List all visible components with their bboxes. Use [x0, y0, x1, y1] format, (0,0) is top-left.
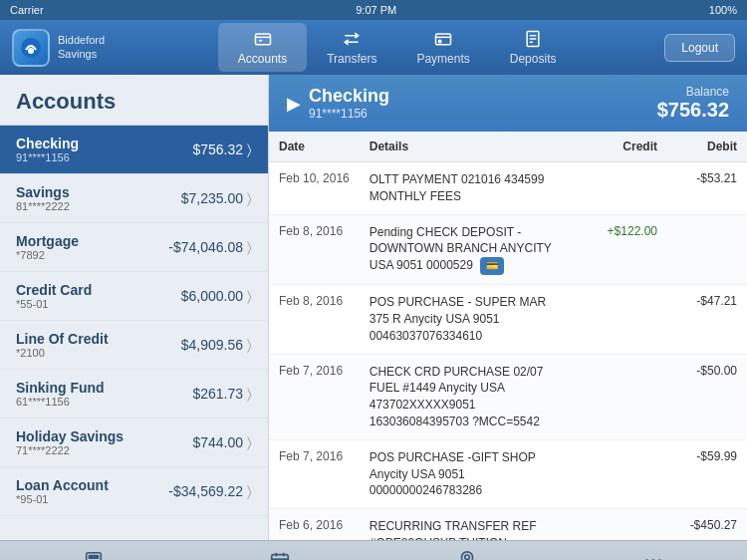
transaction-date: Feb 7, 2016 — [269, 354, 360, 439]
header: Biddeford Savings Accounts Transfers Pay… — [0, 20, 747, 75]
tab-accounts[interactable]: Accounts — [218, 23, 307, 72]
col-details: Details — [360, 132, 578, 162]
svg-rect-2 — [255, 34, 270, 45]
account-info: Holiday Savings 71****2222 — [16, 428, 192, 456]
transaction-date: Feb 7, 2016 — [269, 439, 360, 508]
transaction-details: Pending CHECK DEPOSIT - DOWNTOWN BRANCH … — [360, 214, 578, 285]
transaction-credit — [578, 439, 667, 508]
battery-label: 100% — [709, 4, 737, 16]
tab-deposits[interactable]: Deposits — [490, 23, 577, 72]
transaction-debit: -$53.21 — [667, 162, 747, 215]
account-number: 71****2222 — [16, 444, 192, 456]
table-row: Feb 10, 2016 OLTT PAYMENT 021016 434599 … — [269, 162, 747, 215]
account-detail-header: ▶ Checking 91****1156 Balance $756.32 — [269, 75, 747, 132]
account-item[interactable]: Checking 91****1156 $756.32 〉 — [0, 126, 268, 174]
account-name: Sinking Fund — [16, 380, 192, 396]
svg-point-1 — [28, 48, 34, 54]
account-item[interactable]: Holiday Savings 71****2222 $744.00 〉 — [0, 419, 268, 467]
logo-icon — [12, 29, 50, 67]
main-content: Accounts Checking 91****1156 $756.32 〉 S… — [0, 75, 747, 540]
transaction-date: Feb 10, 2016 — [269, 162, 360, 215]
table-row: Feb 7, 2016 CHECK CRD PURCHASE 02/07 FUE… — [269, 354, 747, 439]
chevron-right-icon: 〉 — [247, 434, 252, 451]
svg-rect-3 — [258, 40, 261, 42]
account-name: Checking — [16, 136, 192, 151]
account-info: Sinking Fund 61****1156 — [16, 380, 192, 408]
account-item[interactable]: Line Of Credit *2100 $4,909.56 〉 — [0, 321, 268, 370]
chevron-right-icon: 〉 — [247, 190, 252, 207]
account-number: *95-01 — [16, 493, 168, 505]
bottom-tab-calculator[interactable]: Calculator — [59, 550, 128, 560]
account-item[interactable]: Savings 81****2222 $7,235.00 〉 — [0, 174, 268, 223]
account-number: *55-01 — [16, 298, 181, 310]
account-header-balance: $756.32 — [657, 99, 729, 122]
account-balance: -$34,569.22 — [168, 483, 243, 499]
account-balance: $4,909.56 — [181, 337, 243, 353]
account-header-balance-label: Balance — [657, 85, 729, 99]
account-info: Checking 91****1156 — [16, 136, 192, 163]
account-info: Mortgage *7892 — [16, 233, 168, 261]
accounts-list: Checking 91****1156 $756.32 〉 Savings 81… — [0, 126, 268, 540]
account-balance: $7,235.00 — [181, 190, 243, 206]
bottom-tab-more[interactable]: More — [619, 550, 688, 560]
account-balance: $756.32 — [192, 141, 243, 157]
chevron-right-icon: 〉 — [247, 141, 252, 158]
transaction-details: POS PURCHASE - SUPER MAR 375 R Anycity U… — [360, 285, 578, 354]
time-label: 9:07 PM — [356, 4, 396, 16]
table-row: Feb 7, 2016 POS PURCHASE -GIFT SHOP Anyc… — [269, 439, 747, 508]
bottom-bar-wrapper: Member FDIC Calculator 31 Calendar Locat… — [0, 540, 747, 560]
table-row: Feb 6, 2016 RECURRING TRANSFER REF #OPE8… — [269, 509, 747, 540]
col-debit: Debit — [667, 132, 747, 162]
account-info: Line Of Credit *2100 — [16, 331, 181, 359]
transaction-credit: +$122.00 — [578, 214, 667, 285]
account-name: Line Of Credit — [16, 331, 181, 347]
carrier-label: Carrier — [10, 4, 44, 16]
account-balance: $261.73 — [192, 386, 243, 402]
logo-area: Biddeford Savings — [0, 29, 129, 67]
svg-rect-11 — [89, 556, 98, 559]
account-info: Savings 81****2222 — [16, 184, 181, 212]
account-number: 91****1156 — [16, 151, 192, 163]
transaction-credit — [578, 285, 667, 354]
account-name: Loan Account — [16, 477, 168, 493]
account-item[interactable]: Mortgage *7892 -$74,046.08 〉 — [0, 223, 268, 272]
account-item[interactable]: Credit Card *55-01 $6,000.00 〉 — [0, 272, 268, 321]
chevron-right-icon: 〉 — [247, 288, 252, 305]
col-credit: Credit — [578, 132, 667, 162]
transaction-debit: -$50.00 — [667, 354, 747, 439]
transaction-debit: -$59.99 — [667, 439, 747, 508]
account-number: 61****1156 — [16, 396, 192, 408]
status-bar: Carrier 9:07 PM 100% — [0, 0, 747, 20]
account-name: Mortgage — [16, 233, 168, 249]
svg-point-23 — [464, 555, 469, 560]
right-panel: ▶ Checking 91****1156 Balance $756.32 Da… — [269, 75, 747, 540]
transaction-debit — [667, 214, 747, 285]
logout-button[interactable]: Logout — [664, 34, 735, 62]
transaction-details: RECURRING TRANSFER REF #OPE89GHSYP TUITI… — [360, 509, 578, 540]
transaction-date: Feb 8, 2016 — [269, 214, 360, 285]
sidebar: Accounts Checking 91****1156 $756.32 〉 S… — [0, 75, 269, 540]
logo-text: Biddeford Savings — [58, 34, 105, 60]
nav-tabs: Accounts Transfers Payments Deposits — [129, 23, 664, 72]
transaction-date: Feb 6, 2016 — [269, 509, 360, 540]
transaction-details: POS PURCHASE -GIFT SHOP Anycity USA 9051… — [360, 439, 578, 508]
account-item[interactable]: Loan Account *95-01 -$34,569.22 〉 — [0, 467, 268, 516]
table-row: Feb 8, 2016 Pending CHECK DEPOSIT - DOWN… — [269, 214, 747, 285]
account-info: Loan Account *95-01 — [16, 477, 168, 505]
transaction-details: OLTT PAYMENT 021016 434599 MONTHLY FEES — [360, 162, 578, 215]
bottom-tab-calendar[interactable]: 31 Calendar — [245, 550, 315, 560]
chevron-right-icon: 〉 — [247, 337, 252, 354]
col-date: Date — [269, 132, 360, 162]
tab-payments[interactable]: Payments — [396, 23, 489, 72]
chevron-right-icon: 〉 — [247, 483, 252, 500]
deposit-icon: 💳 — [480, 257, 504, 275]
bottom-tab-locations[interactable]: Locations — [432, 550, 502, 560]
sidebar-title: Accounts — [0, 75, 268, 126]
account-number: 81****2222 — [16, 200, 181, 212]
tab-transfers[interactable]: Transfers — [307, 23, 396, 72]
account-header-balance-area: Balance $756.32 — [657, 85, 729, 122]
svg-point-5 — [439, 40, 442, 43]
table-header-row: Date Details Credit Debit — [269, 132, 747, 162]
bottom-tab-bar: Member FDIC Calculator 31 Calendar Locat… — [0, 540, 747, 560]
account-item[interactable]: Sinking Fund 61****1156 $261.73 〉 — [0, 370, 268, 419]
